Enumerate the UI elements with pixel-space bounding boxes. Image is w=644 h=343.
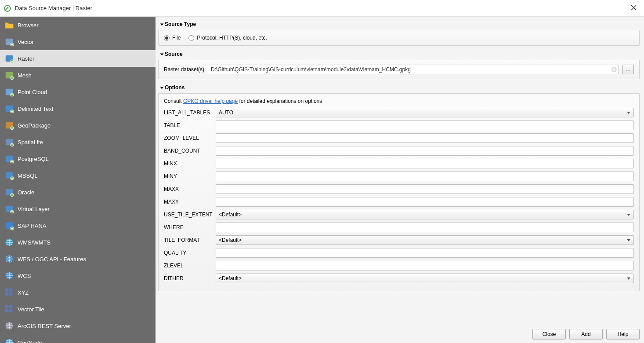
hana-icon — [4, 220, 15, 231]
radio-dot-icon — [164, 35, 170, 41]
sidebar-item-mssql[interactable]: MSSQL — [0, 167, 156, 184]
option-label: MAXY — [164, 199, 216, 205]
select-value: <Default> — [219, 275, 242, 281]
list_all_tables-select[interactable]: AUTO — [216, 108, 634, 117]
raster-icon — [4, 53, 15, 64]
minx-input[interactable] — [216, 159, 634, 168]
options-box: Consult GPKG driver help page for detail… — [158, 93, 640, 291]
sidebar-item-virtual-layer[interactable]: Virtual Layer — [0, 201, 156, 217]
vtile-icon — [4, 303, 15, 315]
sidebar-item-label: ArcGIS REST Server — [18, 323, 71, 329]
option-row-band_count: BAND_COUNT — [164, 146, 634, 156]
select-value: AUTO — [219, 109, 233, 116]
sidebar-item-geonode[interactable]: GeoNode — [0, 334, 156, 343]
radio-file-label: File — [172, 35, 181, 41]
sidebar-item-label: GeoNode — [18, 339, 42, 343]
source-type-header: Source Type — [158, 19, 640, 30]
raster-dataset-label: Raster dataset(s) — [164, 66, 204, 73]
radio-file[interactable]: File — [164, 35, 181, 41]
option-label: BAND_COUNT — [164, 148, 216, 154]
sidebar-item-spatialite[interactable]: SpatiaLite — [0, 134, 156, 150]
option-row-zlevel: ZLEVEL — [164, 261, 634, 270]
tile_format-select[interactable]: <Default> — [216, 235, 634, 245]
sidebar-item-postgresql[interactable]: PostgreSQL — [0, 150, 156, 167]
option-label: ZLEVEL — [164, 263, 216, 269]
option-label: TABLE — [164, 122, 216, 128]
help-button[interactable]: Help — [606, 329, 640, 339]
sidebar-item-label: WFS / OGC API - Features — [18, 256, 86, 263]
svg-rect-32 — [5, 305, 8, 308]
source-box: Raster dataset(s) … — [158, 60, 640, 79]
sidebar-item-label: Vector — [18, 39, 34, 45]
zlevel-input[interactable] — [216, 261, 634, 270]
radio-protocol-label: Protocol: HTTP(S), cloud, etc. — [197, 35, 267, 41]
option-label: MAXX — [164, 186, 216, 192]
sidebar-item-label: WCS — [18, 273, 31, 279]
svg-rect-33 — [9, 305, 12, 308]
sidebar-item-browser[interactable]: Browser — [0, 17, 156, 33]
option-label: ZOOM_LEVEL — [164, 135, 216, 141]
sidebar-item-xyz[interactable]: XYZ — [0, 284, 156, 301]
maxy-input[interactable] — [216, 197, 634, 207]
sidebar-item-mesh[interactable]: Mesh — [0, 67, 156, 84]
oracle-icon — [4, 186, 15, 198]
consult-text: Consult GPKG driver help page for detail… — [164, 98, 634, 104]
option-label: LIST_ALL_TABLES — [164, 109, 216, 116]
option-row-use_tile_extent: USE_TILE_EXTENT<Default> — [164, 210, 634, 219]
sidebar-item-delimited-text[interactable]: Delimited Text — [0, 100, 156, 117]
sidebar-item-oracle[interactable]: Oracle — [0, 184, 156, 201]
close-button[interactable]: Close — [532, 329, 566, 339]
sidebar-item-label: GeoPackage — [18, 122, 51, 129]
miny-input[interactable] — [216, 172, 634, 181]
sidebar-item-geopackage[interactable]: GeoPackage — [0, 117, 156, 134]
vector-icon — [4, 36, 15, 47]
band_count-input[interactable] — [216, 146, 634, 156]
svg-rect-30 — [5, 292, 8, 296]
zoom_level-input[interactable] — [216, 133, 634, 143]
sidebar-item-vector-tile[interactable]: Vector Tile — [0, 301, 156, 317]
table-input[interactable] — [216, 120, 634, 130]
option-row-where: WHERE — [164, 223, 634, 232]
source-header: Source — [158, 49, 640, 60]
dither-select[interactable]: <Default> — [216, 274, 634, 283]
sidebar-item-vector[interactable]: Vector — [0, 33, 156, 50]
sidebar-item-sap-hana[interactable]: SAP HANA — [0, 217, 156, 234]
maxx-input[interactable] — [216, 184, 634, 194]
use_tile_extent-select[interactable]: <Default> — [216, 210, 634, 219]
wfs-icon — [4, 253, 15, 265]
sidebar-item-point-cloud[interactable]: Point Cloud — [0, 84, 156, 100]
close-icon[interactable] — [626, 4, 640, 12]
sidebar-item-label: Browser — [18, 22, 39, 29]
raster-path-input[interactable] — [208, 65, 619, 74]
sidebar-item-wcs[interactable]: WCS — [0, 267, 156, 284]
browse-button[interactable]: … — [622, 65, 634, 74]
clear-icon[interactable] — [611, 66, 617, 73]
option-label: USE_TILE_EXTENT — [164, 212, 216, 218]
option-row-quality: QUALITY — [164, 248, 634, 258]
sidebar-item-wfs-ogc-api-features[interactable]: WFS / OGC API - Features — [0, 251, 156, 267]
option-row-maxy: MAXY — [164, 197, 634, 207]
wms-icon — [4, 237, 15, 248]
select-value: <Default> — [219, 212, 242, 218]
option-row-miny: MINY — [164, 172, 634, 181]
option-row-minx: MINX — [164, 159, 634, 168]
sidebar-item-arcgis-rest-server[interactable]: ArcGIS REST Server — [0, 317, 156, 334]
sidebar-item-label: Virtual Layer — [18, 206, 50, 212]
where-input[interactable] — [216, 223, 634, 232]
sqlite-icon — [4, 136, 15, 148]
mssql-icon — [4, 170, 15, 181]
quality-input[interactable] — [216, 248, 634, 258]
wcs-icon — [4, 270, 15, 281]
option-label: MINY — [164, 173, 216, 179]
option-row-maxx: MAXX — [164, 184, 634, 194]
sidebar-item-raster[interactable]: Raster — [0, 50, 156, 67]
sidebar-item-label: Oracle — [18, 189, 34, 196]
radio-protocol[interactable]: Protocol: HTTP(S), cloud, etc. — [188, 35, 267, 41]
sidebar-item-label: Delimited Text — [18, 106, 53, 112]
main-panel: Source Type File Protocol: HTTP(S), clou… — [156, 17, 644, 343]
option-label: DITHER — [164, 275, 216, 281]
add-button[interactable]: Add — [569, 329, 603, 339]
driver-help-link[interactable]: GPKG driver help page — [183, 98, 238, 104]
radio-dot-icon — [188, 35, 194, 41]
sidebar-item-wms-wmts[interactable]: WMS/WMTS — [0, 234, 156, 251]
